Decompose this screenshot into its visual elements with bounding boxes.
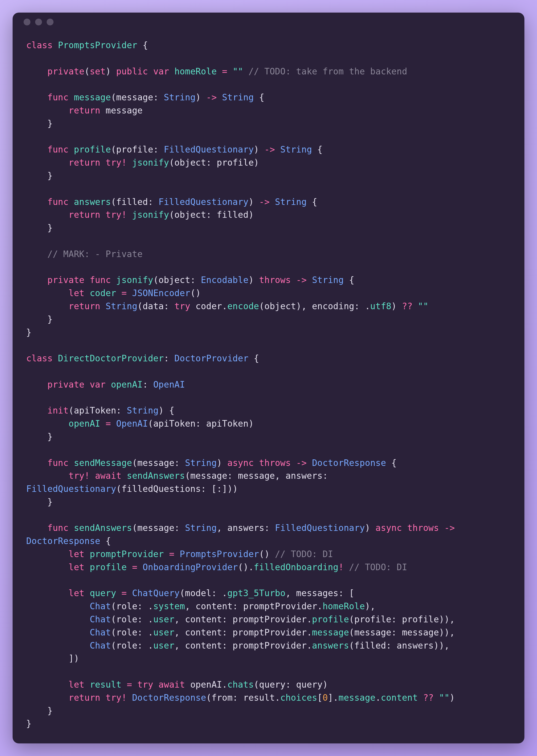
code-token: : answers)), [386, 640, 449, 651]
code-token: : . [138, 601, 153, 611]
code-token: message [312, 627, 349, 638]
code-token: // TODO: DI [275, 549, 333, 559]
code-token [68, 92, 74, 102]
code-token: : [264, 523, 275, 533]
code-token: } [26, 497, 53, 507]
code-token [84, 275, 90, 285]
code-token: ) [196, 92, 206, 102]
code-token: message [74, 92, 111, 102]
code-token: : [148, 197, 158, 207]
code-editor-content[interactable]: class PromptsProvider { private(set) pub… [13, 31, 524, 743]
code-token: ( [111, 640, 116, 651]
close-icon[interactable] [23, 19, 30, 25]
code-token [26, 627, 90, 638]
code-token: ( [169, 209, 174, 220]
code-token: gpt3_5Turbo [227, 588, 286, 598]
code-token: private [48, 275, 84, 285]
code-token [26, 549, 68, 559]
code-token: : [143, 379, 153, 390]
code-token: DoctorProvider [174, 353, 249, 363]
code-token: func [48, 458, 69, 468]
code-window: class PromptsProvider { private(set) pub… [13, 13, 524, 743]
code-token [439, 523, 444, 533]
code-token: FilledQuestionary [164, 144, 254, 155]
code-token: OnboardingProvider [143, 562, 238, 572]
code-token: : [190, 275, 201, 285]
window-titlebar [13, 13, 524, 31]
code-token: { [386, 458, 396, 468]
code-token: FilledQuestionary [275, 523, 365, 533]
code-token: = [121, 588, 127, 598]
code-token: "" [418, 301, 429, 311]
code-token: profile [312, 614, 349, 624]
code-token: async [376, 523, 402, 533]
code-token: apiToken [153, 419, 195, 429]
code-token: } [26, 719, 31, 729]
code-token: ! [339, 562, 344, 572]
code-token [127, 209, 132, 220]
code-token: ( [111, 92, 116, 102]
code-token: : profile)), [392, 614, 455, 624]
code-token: OpenAI [153, 379, 185, 390]
code-token: openAI [111, 379, 143, 390]
code-token [243, 66, 249, 77]
minimize-icon[interactable] [35, 19, 42, 25]
code-token: String [106, 301, 138, 311]
code-token: } [26, 170, 53, 181]
code-token: Chat [90, 601, 111, 611]
code-token [418, 693, 423, 703]
code-token [26, 301, 68, 311]
code-token: String [275, 197, 307, 207]
code-token: role [116, 640, 138, 651]
code-token [254, 458, 259, 468]
code-token [26, 679, 68, 690]
code-token: ( [153, 275, 158, 285]
code-token: try! [106, 209, 127, 220]
code-token: ( [185, 471, 190, 481]
code-token: ( [138, 301, 143, 311]
code-token [68, 523, 74, 533]
code-token: = [169, 549, 174, 559]
code-token: ( [132, 458, 138, 468]
code-token [26, 458, 48, 468]
code-token [127, 693, 132, 703]
code-token: // MARK: - Private [48, 249, 143, 259]
code-token: class [26, 353, 53, 363]
code-token: private [48, 379, 84, 390]
code-token [217, 66, 222, 77]
code-token: 0 [322, 693, 328, 703]
code-token: try [138, 679, 153, 690]
code-token: : [164, 301, 174, 311]
code-token: content [196, 601, 232, 611]
code-token: ) [392, 301, 402, 311]
code-token: content [381, 693, 418, 703]
code-token: = [121, 288, 127, 298]
code-token [121, 679, 127, 690]
code-token: : filled) [206, 209, 254, 220]
maximize-icon[interactable] [47, 19, 54, 25]
code-token: class [26, 40, 53, 50]
code-token: return [68, 158, 100, 168]
code-token: -> [259, 197, 269, 207]
code-token: coder. [190, 301, 227, 311]
code-token [101, 419, 106, 429]
code-token: OpenAI [116, 419, 148, 429]
code-token: , [217, 523, 227, 533]
code-token [307, 458, 312, 468]
code-token [132, 679, 138, 690]
code-token: ?? [402, 301, 412, 311]
code-token: role [116, 601, 138, 611]
code-token: return [68, 301, 100, 311]
code-token: let [68, 562, 84, 572]
code-token: ( [116, 484, 121, 494]
code-token: PromptsProvider [58, 40, 138, 50]
code-token: String [185, 523, 217, 533]
code-token: String [127, 405, 158, 416]
code-token: object [174, 158, 206, 168]
code-token: ( [111, 614, 116, 624]
code-token: coder [90, 288, 116, 298]
code-token [26, 419, 68, 429]
code-token: ( [349, 627, 354, 638]
code-token: // TODO: take from the backend [249, 66, 407, 77]
code-token: try! [106, 693, 127, 703]
